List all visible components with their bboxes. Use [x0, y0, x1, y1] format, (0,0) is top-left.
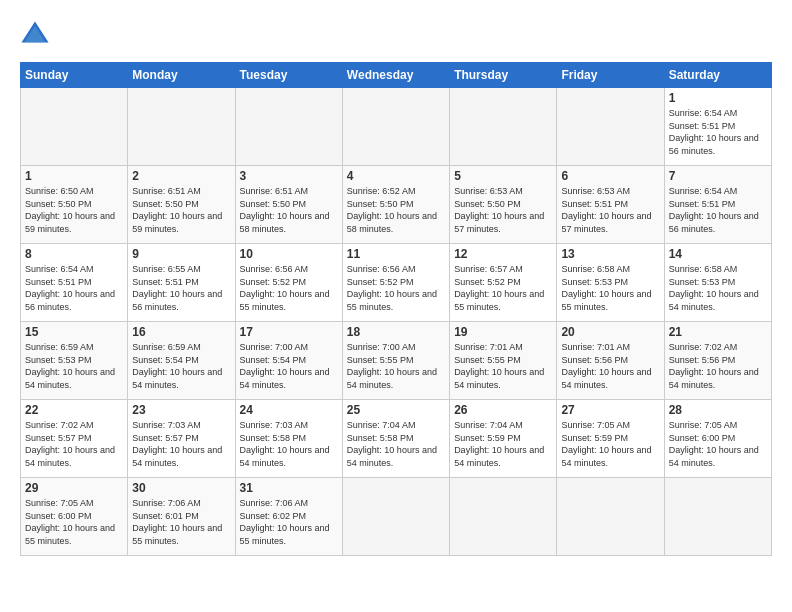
calendar-cell: 29 Sunrise: 7:05 AM Sunset: 6:00 PM Dayl… — [21, 478, 128, 556]
sunset: Sunset: 5:53 PM — [561, 277, 628, 287]
daylight: Daylight: 10 hours and 58 minutes. — [240, 211, 330, 234]
daylight: Daylight: 10 hours and 56 minutes. — [669, 211, 759, 234]
day-number: 8 — [25, 247, 123, 261]
day-number: 31 — [240, 481, 338, 495]
calendar-cell: 27 Sunrise: 7:05 AM Sunset: 5:59 PM Dayl… — [557, 400, 664, 478]
day-info: Sunrise: 6:58 AM Sunset: 5:53 PM Dayligh… — [561, 263, 659, 313]
calendar-cell: 1 Sunrise: 6:54 AM Sunset: 5:51 PM Dayli… — [664, 88, 771, 166]
daylight: Daylight: 10 hours and 55 minutes. — [240, 289, 330, 312]
sunset: Sunset: 5:58 PM — [347, 433, 414, 443]
sunrise: Sunrise: 7:03 AM — [240, 420, 309, 430]
calendar-cell: 5 Sunrise: 6:53 AM Sunset: 5:50 PM Dayli… — [450, 166, 557, 244]
day-info: Sunrise: 7:01 AM Sunset: 5:55 PM Dayligh… — [454, 341, 552, 391]
day-number: 29 — [25, 481, 123, 495]
calendar-cell: 20 Sunrise: 7:01 AM Sunset: 5:56 PM Dayl… — [557, 322, 664, 400]
day-info: Sunrise: 7:05 AM Sunset: 6:00 PM Dayligh… — [25, 497, 123, 547]
sunset: Sunset: 5:56 PM — [561, 355, 628, 365]
calendar-cell: 24 Sunrise: 7:03 AM Sunset: 5:58 PM Dayl… — [235, 400, 342, 478]
calendar-cell: 30 Sunrise: 7:06 AM Sunset: 6:01 PM Dayl… — [128, 478, 235, 556]
daylight: Daylight: 10 hours and 54 minutes. — [669, 289, 759, 312]
sunset: Sunset: 5:50 PM — [240, 199, 307, 209]
daylight: Daylight: 10 hours and 56 minutes. — [132, 289, 222, 312]
day-info: Sunrise: 6:51 AM Sunset: 5:50 PM Dayligh… — [240, 185, 338, 235]
calendar-week-1: 1 Sunrise: 6:54 AM Sunset: 5:51 PM Dayli… — [21, 88, 772, 166]
day-info: Sunrise: 7:05 AM Sunset: 6:00 PM Dayligh… — [669, 419, 767, 469]
day-info: Sunrise: 6:52 AM Sunset: 5:50 PM Dayligh… — [347, 185, 445, 235]
day-number: 7 — [669, 169, 767, 183]
day-number: 18 — [347, 325, 445, 339]
calendar-header-monday: Monday — [128, 63, 235, 88]
day-number: 1 — [669, 91, 767, 105]
header — [20, 20, 772, 50]
daylight: Daylight: 10 hours and 57 minutes. — [454, 211, 544, 234]
sunset: Sunset: 5:51 PM — [25, 277, 92, 287]
sunrise: Sunrise: 7:03 AM — [132, 420, 201, 430]
sunrise: Sunrise: 6:56 AM — [240, 264, 309, 274]
sunrise: Sunrise: 7:04 AM — [454, 420, 523, 430]
day-number: 16 — [132, 325, 230, 339]
sunset: Sunset: 5:52 PM — [347, 277, 414, 287]
calendar-cell: 11 Sunrise: 6:56 AM Sunset: 5:52 PM Dayl… — [342, 244, 449, 322]
sunset: Sunset: 5:50 PM — [454, 199, 521, 209]
day-info: Sunrise: 7:06 AM Sunset: 6:01 PM Dayligh… — [132, 497, 230, 547]
daylight: Daylight: 10 hours and 54 minutes. — [454, 367, 544, 390]
sunrise: Sunrise: 7:02 AM — [25, 420, 94, 430]
day-info: Sunrise: 7:03 AM Sunset: 5:58 PM Dayligh… — [240, 419, 338, 469]
sunset: Sunset: 5:57 PM — [25, 433, 92, 443]
calendar-header-wednesday: Wednesday — [342, 63, 449, 88]
sunrise: Sunrise: 7:05 AM — [561, 420, 630, 430]
day-info: Sunrise: 6:54 AM Sunset: 5:51 PM Dayligh… — [669, 185, 767, 235]
calendar-cell: 17 Sunrise: 7:00 AM Sunset: 5:54 PM Dayl… — [235, 322, 342, 400]
calendar-cell — [342, 478, 449, 556]
logo-icon — [20, 20, 50, 50]
calendar-cell — [557, 478, 664, 556]
day-number: 17 — [240, 325, 338, 339]
day-number: 5 — [454, 169, 552, 183]
daylight: Daylight: 10 hours and 54 minutes. — [669, 445, 759, 468]
sunrise: Sunrise: 7:05 AM — [669, 420, 738, 430]
day-info: Sunrise: 7:00 AM Sunset: 5:54 PM Dayligh… — [240, 341, 338, 391]
calendar-cell: 6 Sunrise: 6:53 AM Sunset: 5:51 PM Dayli… — [557, 166, 664, 244]
calendar-cell: 3 Sunrise: 6:51 AM Sunset: 5:50 PM Dayli… — [235, 166, 342, 244]
daylight: Daylight: 10 hours and 54 minutes. — [561, 445, 651, 468]
sunset: Sunset: 5:57 PM — [132, 433, 199, 443]
sunrise: Sunrise: 7:01 AM — [561, 342, 630, 352]
calendar-cell: 2 Sunrise: 6:51 AM Sunset: 5:50 PM Dayli… — [128, 166, 235, 244]
day-info: Sunrise: 7:01 AM Sunset: 5:56 PM Dayligh… — [561, 341, 659, 391]
daylight: Daylight: 10 hours and 54 minutes. — [561, 367, 651, 390]
day-number: 22 — [25, 403, 123, 417]
day-number: 3 — [240, 169, 338, 183]
sunset: Sunset: 5:55 PM — [347, 355, 414, 365]
sunset: Sunset: 5:54 PM — [240, 355, 307, 365]
day-info: Sunrise: 6:51 AM Sunset: 5:50 PM Dayligh… — [132, 185, 230, 235]
daylight: Daylight: 10 hours and 55 minutes. — [454, 289, 544, 312]
day-info: Sunrise: 7:04 AM Sunset: 5:59 PM Dayligh… — [454, 419, 552, 469]
calendar-cell: 18 Sunrise: 7:00 AM Sunset: 5:55 PM Dayl… — [342, 322, 449, 400]
calendar-header-thursday: Thursday — [450, 63, 557, 88]
calendar-cell: 1 Sunrise: 6:50 AM Sunset: 5:50 PM Dayli… — [21, 166, 128, 244]
calendar-cell: 31 Sunrise: 7:06 AM Sunset: 6:02 PM Dayl… — [235, 478, 342, 556]
calendar-week-5: 22 Sunrise: 7:02 AM Sunset: 5:57 PM Dayl… — [21, 400, 772, 478]
day-number: 11 — [347, 247, 445, 261]
calendar-cell: 12 Sunrise: 6:57 AM Sunset: 5:52 PM Dayl… — [450, 244, 557, 322]
daylight: Daylight: 10 hours and 54 minutes. — [454, 445, 544, 468]
sunset: Sunset: 5:58 PM — [240, 433, 307, 443]
day-number: 15 — [25, 325, 123, 339]
day-info: Sunrise: 6:57 AM Sunset: 5:52 PM Dayligh… — [454, 263, 552, 313]
daylight: Daylight: 10 hours and 57 minutes. — [561, 211, 651, 234]
calendar-cell: 15 Sunrise: 6:59 AM Sunset: 5:53 PM Dayl… — [21, 322, 128, 400]
day-info: Sunrise: 7:02 AM Sunset: 5:56 PM Dayligh… — [669, 341, 767, 391]
day-number: 13 — [561, 247, 659, 261]
sunset: Sunset: 5:55 PM — [454, 355, 521, 365]
day-info: Sunrise: 6:54 AM Sunset: 5:51 PM Dayligh… — [669, 107, 767, 157]
calendar-cell — [557, 88, 664, 166]
day-info: Sunrise: 6:58 AM Sunset: 5:53 PM Dayligh… — [669, 263, 767, 313]
calendar-cell: 14 Sunrise: 6:58 AM Sunset: 5:53 PM Dayl… — [664, 244, 771, 322]
day-info: Sunrise: 7:04 AM Sunset: 5:58 PM Dayligh… — [347, 419, 445, 469]
calendar-cell — [235, 88, 342, 166]
day-number: 4 — [347, 169, 445, 183]
sunrise: Sunrise: 7:06 AM — [132, 498, 201, 508]
sunrise: Sunrise: 6:56 AM — [347, 264, 416, 274]
day-info: Sunrise: 6:50 AM Sunset: 5:50 PM Dayligh… — [25, 185, 123, 235]
calendar-cell: 19 Sunrise: 7:01 AM Sunset: 5:55 PM Dayl… — [450, 322, 557, 400]
